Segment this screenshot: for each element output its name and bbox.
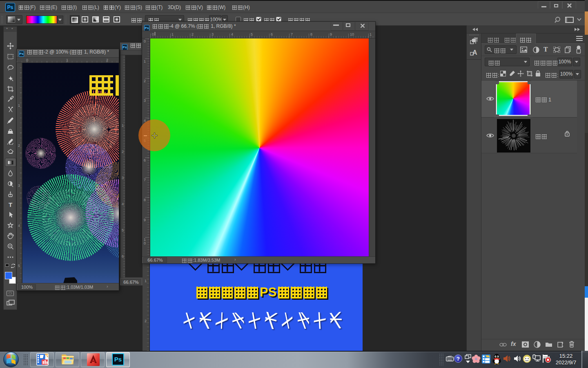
svg-text:16: 16	[46, 354, 48, 357]
svg-text:T: T	[9, 201, 12, 208]
svg-text:A: A	[472, 49, 477, 56]
